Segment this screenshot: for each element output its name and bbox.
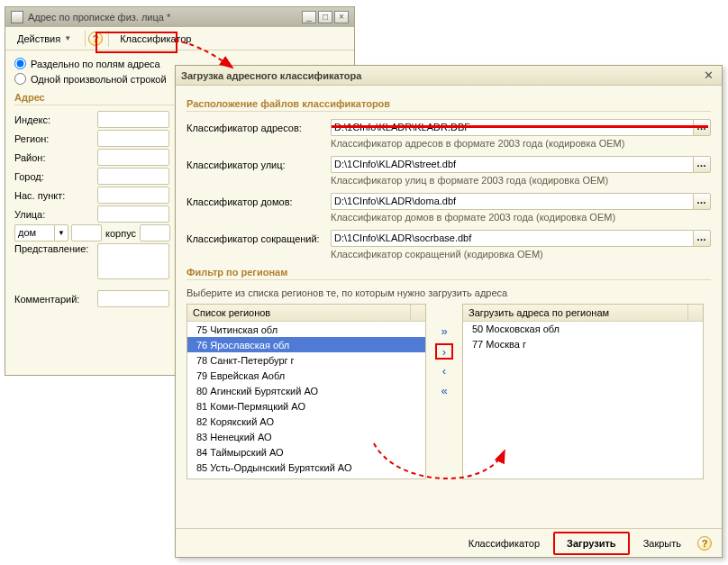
remove-all-button[interactable]: « xyxy=(435,383,453,399)
streets-path[interactable]: D:\1CInfo\KLADR\street.dbf xyxy=(331,156,693,173)
add-all-button[interactable]: » xyxy=(435,324,453,340)
list-item[interactable]: 76 Ярославская обл xyxy=(187,337,425,352)
footer-classifier-label: Классификатор xyxy=(469,538,540,549)
label-region: Регион: xyxy=(14,133,97,144)
list-item[interactable]: 80 Агинский Бурятский АО xyxy=(187,383,425,398)
filter-help: Выберите из списка регионов те, по котор… xyxy=(187,287,711,298)
houses-browse-button[interactable]: … xyxy=(693,193,711,210)
add-one-button[interactable]: › xyxy=(435,343,453,360)
footer-close-button[interactable]: Закрыть xyxy=(633,533,691,553)
close-button[interactable]: × xyxy=(334,11,349,23)
list-item[interactable]: 50 Московская обл xyxy=(463,322,703,337)
window-icon xyxy=(11,11,23,23)
settlement-input[interactable] xyxy=(97,187,169,204)
district-input[interactable] xyxy=(97,149,169,166)
transfer-buttons: » › ‹ « xyxy=(426,304,462,479)
label-streets: Классификатор улиц: xyxy=(187,159,331,170)
list-item[interactable]: 84 Таймырский АО xyxy=(187,444,425,460)
region-area: Список регионов 75 Читинская обл76 Яросл… xyxy=(187,304,711,479)
radio-free-label: Одной произвольной строкой xyxy=(31,74,167,85)
label-houses: Классификатор домов: xyxy=(187,196,331,207)
house-num-input[interactable] xyxy=(71,224,102,241)
dialog-close-icon[interactable]: ✕ xyxy=(700,68,716,82)
korpus-input[interactable] xyxy=(140,224,170,241)
houses-path[interactable]: D:\1CInfo\KLADR\doma.dbf xyxy=(331,193,693,210)
radio-fields[interactable] xyxy=(14,58,26,69)
list-item[interactable]: 85 Усть-Ордынский Бурятский АО xyxy=(187,460,425,475)
representation-input[interactable] xyxy=(97,243,169,279)
target-region-list[interactable]: Загрузить адреса по регионам 50 Московск… xyxy=(462,304,704,479)
label-district: Район: xyxy=(14,152,97,163)
help-icon[interactable]: ? xyxy=(88,32,103,46)
list-item[interactable]: 79 Еврейская Аобл xyxy=(187,368,425,383)
section-filter: Фильтр по регионам xyxy=(187,267,711,280)
highlight-underline xyxy=(332,125,708,128)
region-input[interactable] xyxy=(97,130,169,147)
streets-path-field: D:\1CInfo\KLADR\street.dbf … xyxy=(331,156,711,173)
houses-path-field: D:\1CInfo\KLADR\doma.dbf … xyxy=(331,193,711,210)
dialog-title: Загрузка адресного классификатора xyxy=(181,70,700,81)
classifier-label: Классификатор xyxy=(120,33,191,44)
radio-fields-label: Раздельно по полям адреса xyxy=(31,59,160,69)
list-item[interactable]: 82 Корякский АО xyxy=(187,414,425,429)
list-item[interactable]: 78 Санкт-Петербург г xyxy=(187,352,425,368)
list-item[interactable]: 77 Москва г xyxy=(463,337,703,352)
footer-load-button[interactable]: Загрузить xyxy=(557,533,626,553)
source-region-list[interactable]: Список регионов 75 Читинская обл76 Яросл… xyxy=(187,304,426,479)
highlight-load: Загрузить xyxy=(553,532,630,555)
toolbar-separator xyxy=(85,31,86,47)
list-item[interactable]: 75 Читинская обл xyxy=(187,322,425,337)
label-city: Город: xyxy=(14,171,97,182)
streets-hint: Классификатор улиц в формате 2003 года (… xyxy=(331,175,711,186)
remove-one-button[interactable]: ‹ xyxy=(435,363,453,379)
dialog-footer: Классификатор Загрузить Закрыть ? xyxy=(176,528,722,557)
footer-classifier-button[interactable]: Классификатор xyxy=(459,533,550,553)
classifier-button[interactable]: Классификатор xyxy=(112,29,199,48)
minimize-button[interactable]: _ xyxy=(302,11,316,23)
house-type-drop[interactable]: ▼ xyxy=(54,224,68,241)
abbr-browse-button[interactable]: … xyxy=(693,230,711,247)
list-item[interactable]: 83 Ненецкий АО xyxy=(187,429,425,444)
label-korpus: корпус xyxy=(105,228,136,239)
list-item[interactable]: 81 Коми-Пермяцкий АО xyxy=(187,398,425,414)
label-index: Индекс: xyxy=(14,114,97,125)
house-type[interactable]: дом xyxy=(14,224,54,241)
streets-browse-button[interactable]: … xyxy=(693,156,711,173)
abbr-path-field: D:\1CInfo\KLADR\socrbase.dbf … xyxy=(331,230,711,247)
index-input[interactable] xyxy=(97,111,169,128)
label-street: Улица: xyxy=(14,209,97,220)
city-input[interactable] xyxy=(97,168,169,185)
section-files: Расположение файлов классификаторов xyxy=(187,98,711,112)
label-abbr: Классификатор сокращений: xyxy=(187,233,331,244)
footer-close-label: Закрыть xyxy=(643,538,681,549)
parent-toolbar: Действия ▼ ? Классификатор xyxy=(5,27,354,50)
abbr-hint: Классификатор сокращений (кодировка OEM) xyxy=(331,249,711,260)
street-input[interactable] xyxy=(97,205,169,223)
comment-input[interactable] xyxy=(97,290,169,307)
toolbar-separator xyxy=(108,31,109,47)
dialog-titlebar[interactable]: Загрузка адресного классификатора ✕ xyxy=(176,66,722,86)
abbr-path[interactable]: D:\1CInfo\KLADR\socrbase.dbf xyxy=(331,230,693,247)
label-settlement: Нас. пункт: xyxy=(14,190,97,201)
kladr-dialog: Загрузка адресного классификатора ✕ Расп… xyxy=(175,65,723,558)
maximize-button[interactable]: □ xyxy=(318,11,332,23)
addresses-hint: Классификатор адресов в формате 2003 год… xyxy=(331,138,711,149)
source-header: Список регионов xyxy=(187,305,425,322)
actions-menu[interactable]: Действия ▼ xyxy=(9,29,79,48)
chevron-down-icon: ▼ xyxy=(64,34,71,42)
label-comment: Комментарий: xyxy=(14,294,97,305)
footer-load-label: Загрузить xyxy=(567,538,616,549)
actions-label: Действия xyxy=(17,33,60,44)
footer-help-icon[interactable]: ? xyxy=(697,536,712,551)
label-representation: Представление: xyxy=(14,243,97,254)
parent-title: Адрес по прописке физ. лица * xyxy=(28,12,300,23)
radio-free[interactable] xyxy=(14,73,26,85)
target-header: Загрузить адреса по регионам xyxy=(463,305,703,322)
parent-titlebar[interactable]: Адрес по прописке физ. лица * _ □ × xyxy=(5,7,354,27)
houses-hint: Классификатор домов в формате 2003 года … xyxy=(331,212,711,223)
label-addresses: Классификатор адресов: xyxy=(187,123,331,133)
